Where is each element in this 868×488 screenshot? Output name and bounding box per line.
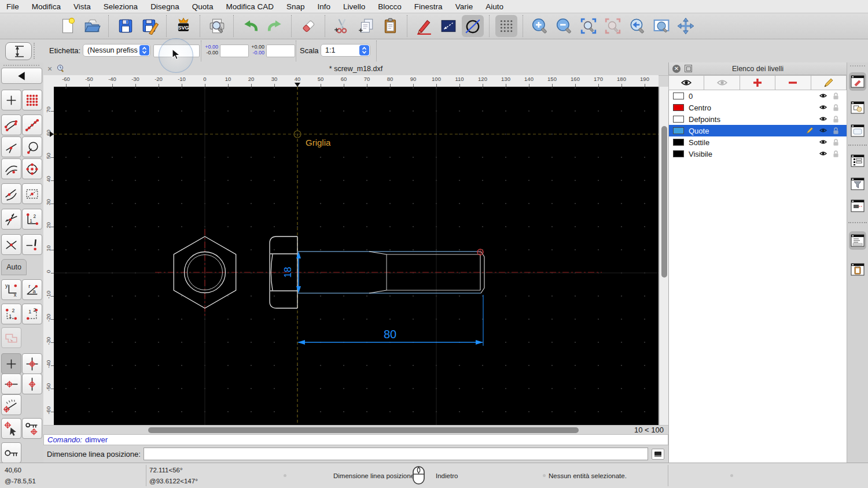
- restrict-off-button[interactable]: [22, 234, 42, 255]
- undock-panel-icon[interactable]: [685, 65, 692, 72]
- snap-nearest-button[interactable]: [1, 158, 21, 179]
- paste-button[interactable]: [380, 15, 402, 37]
- zoom-window-button[interactable]: [650, 15, 672, 37]
- coord-polar-button[interactable]: ra: [22, 279, 42, 300]
- remove-layer-button[interactable]: [775, 75, 811, 90]
- canvas-horizontal-scrollbar[interactable]: 10 < 100: [43, 425, 668, 435]
- layer-row-defpoints[interactable]: Defpoints: [669, 113, 847, 125]
- layer-visibility-icon[interactable]: [819, 138, 827, 147]
- zoom-out-button[interactable]: [553, 15, 575, 37]
- dock-toggle-panel-command[interactable]: [849, 231, 866, 250]
- zoom-previous-button[interactable]: [626, 15, 648, 37]
- menu-item-blocco[interactable]: Blocco: [372, 2, 408, 11]
- menu-item-varie[interactable]: Varie: [449, 2, 480, 11]
- grid-toggle-button[interactable]: [495, 15, 517, 37]
- save-button[interactable]: [115, 15, 137, 37]
- layer-lock-icon[interactable]: [832, 150, 840, 160]
- set-rel-zero-button[interactable]: [1, 418, 21, 439]
- print-preview-button[interactable]: [206, 15, 228, 37]
- snap-perpendicular-button[interactable]: [1, 136, 21, 157]
- snap-intersection-auto-button[interactable]: [1, 209, 21, 230]
- snap-tangent-button[interactable]: [1, 183, 21, 204]
- layer-lock-icon[interactable]: [832, 103, 840, 113]
- layer-row-sottile[interactable]: Sottile: [669, 136, 847, 148]
- dock-toggle-panel-clipboard[interactable]: [849, 260, 866, 279]
- key-lock-button[interactable]: [1, 442, 21, 463]
- restrict-horizontal-button[interactable]: [1, 374, 21, 394]
- dock-toggle-panel-layers[interactable]: [849, 72, 866, 91]
- layer-row-quote[interactable]: Quote: [669, 125, 847, 136]
- layer-visibility-icon[interactable]: [819, 103, 827, 112]
- menu-item-quota[interactable]: Quota: [186, 2, 220, 11]
- keyboard-toggle-button[interactable]: [652, 449, 664, 460]
- horizontal-scroll-thumb[interactable]: [148, 427, 579, 433]
- active-tool-dim-vertical-button[interactable]: [5, 42, 32, 60]
- layer-lock-icon[interactable]: [832, 127, 840, 136]
- menu-item-info[interactable]: Info: [311, 2, 337, 11]
- menu-item-file[interactable]: File: [0, 2, 25, 11]
- show-all-layers-button[interactable]: [668, 75, 704, 90]
- hide-all-layers-button[interactable]: [704, 75, 740, 90]
- dock-toggle-panel-views[interactable]: [849, 151, 866, 170]
- menu-item-finestra[interactable]: Finestra: [408, 2, 449, 11]
- snap-free-button[interactable]: [1, 90, 21, 110]
- dock-toggle-panel-laser[interactable]: [849, 197, 866, 215]
- restrict-cross-button[interactable]: [22, 353, 42, 374]
- copy-button[interactable]: [355, 15, 377, 37]
- dock-toggle-panel-filter[interactable]: [849, 175, 866, 193]
- rel-corner-12-button[interactable]: 12: [1, 304, 21, 324]
- vertical-scroll-thumb[interactable]: [661, 126, 667, 278]
- layer-visibility-icon[interactable]: [819, 115, 827, 124]
- snap-center-button[interactable]: [22, 158, 42, 179]
- menu-item-livello[interactable]: Livello: [337, 2, 372, 11]
- menu-item-aiuto[interactable]: Aiuto: [479, 2, 510, 11]
- close-panel-icon[interactable]: ✕: [672, 65, 681, 73]
- snap-middle-button[interactable]: [22, 183, 42, 204]
- cut-button[interactable]: [331, 15, 353, 37]
- menu-item-snap[interactable]: Snap: [280, 2, 311, 11]
- close-document-icon[interactable]: ×: [47, 64, 52, 73]
- layer-edit-icon[interactable]: [806, 127, 814, 136]
- menu-item-vista[interactable]: Vista: [67, 2, 97, 11]
- angle-gauge-button[interactable]: [1, 394, 21, 415]
- layer-visibility-icon[interactable]: [819, 92, 827, 101]
- cad-drawing-canvas[interactable]: Griglia: [54, 87, 659, 425]
- edit-layer-button[interactable]: [811, 75, 847, 90]
- layer-visibility-icon[interactable]: [819, 150, 827, 158]
- rel-corner-21-button[interactable]: 12: [22, 304, 42, 324]
- open-folder-button[interactable]: [81, 15, 103, 37]
- restrict-vertical-button[interactable]: [22, 374, 42, 394]
- zoom-in-button[interactable]: [529, 15, 551, 37]
- layer-lock-icon[interactable]: [832, 92, 840, 102]
- back-arrow-button[interactable]: [1, 68, 42, 84]
- auto-snap-button[interactable]: Auto: [1, 259, 27, 275]
- dock-toggle-panel-library[interactable]: [849, 121, 866, 140]
- export-svg-button[interactable]: SVG: [172, 15, 194, 37]
- eraser-button[interactable]: [297, 15, 319, 37]
- scala-select[interactable]: 1:1: [321, 44, 370, 57]
- layer-row-visibile[interactable]: Visibile: [669, 148, 847, 160]
- menu-item-modifica[interactable]: Modifica: [25, 2, 67, 11]
- menu-item-seleziona[interactable]: Seleziona: [97, 2, 144, 11]
- add-layer-button[interactable]: [740, 75, 775, 90]
- layer-lock-icon[interactable]: [832, 138, 840, 148]
- restrict-free-button[interactable]: [1, 353, 21, 374]
- new-document-button[interactable]: [57, 15, 79, 37]
- undo-button[interactable]: [240, 15, 262, 37]
- draw-pencil-button[interactable]: [413, 15, 435, 37]
- zoom-auto-button[interactable]: [578, 15, 599, 37]
- snap-endpoint-button[interactable]: [1, 114, 21, 135]
- snap-distance-button[interactable]: 12: [22, 209, 42, 230]
- menu-item-modifica-cad[interactable]: Modifica CAD: [219, 2, 280, 11]
- pan-button[interactable]: [675, 15, 697, 37]
- save-as-button[interactable]: [139, 15, 161, 37]
- dim-diametric-button[interactable]: [462, 15, 484, 37]
- coord-cartesian-button[interactable]: yx: [1, 279, 21, 300]
- lock-rel-zero-button[interactable]: [22, 418, 42, 439]
- redo-button[interactable]: [264, 15, 286, 37]
- snap-grid-button[interactable]: [22, 90, 42, 110]
- snap-on-entity-button[interactable]: [22, 114, 42, 135]
- menu-item-disegna[interactable]: Disegna: [144, 2, 186, 11]
- prefix-select[interactable]: (Nessun prefiss: [83, 44, 150, 57]
- dim-aligned-button[interactable]: [437, 15, 459, 37]
